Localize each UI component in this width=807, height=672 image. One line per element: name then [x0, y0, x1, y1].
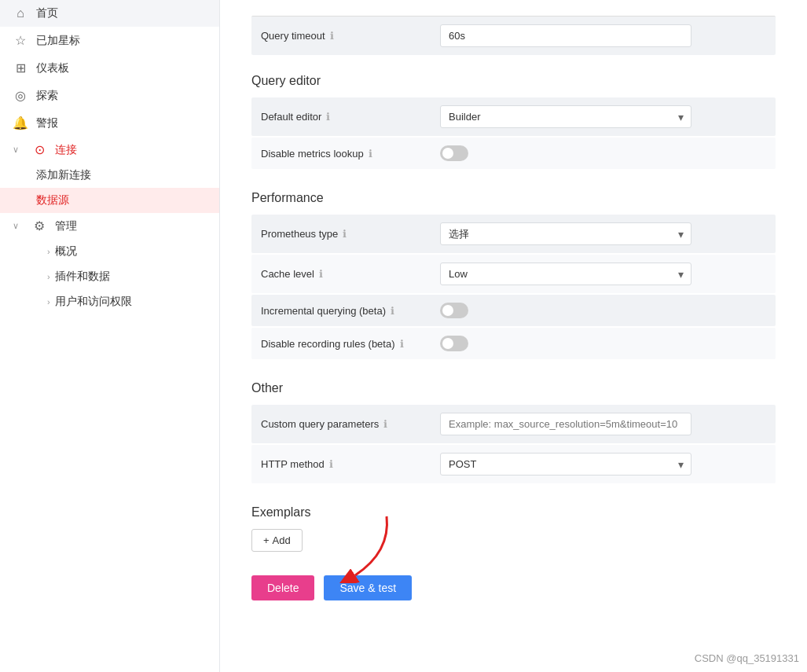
cache-level-control: None Low Medium High [440, 263, 776, 285]
custom-query-params-control [440, 413, 776, 435]
query-timeout-input[interactable] [440, 24, 691, 47]
query-timeout-control [440, 24, 776, 47]
http-method-row: HTTP method ℹ GET POST [251, 445, 776, 483]
cache-level-select[interactable]: None Low Medium High [440, 263, 691, 285]
http-method-info-icon[interactable]: ℹ [329, 458, 333, 470]
sidebar-item-starred[interactable]: ☆ 已加星标 [0, 27, 219, 54]
sidebar-label-overview: 概况 [55, 244, 77, 259]
sidebar-item-plugins[interactable]: › 插件和数据 [0, 264, 219, 289]
other-section-header: Other [251, 381, 776, 395]
cache-level-select-wrapper: None Low Medium High [440, 263, 691, 285]
performance-section-header: Performance [251, 191, 776, 205]
query-timeout-row: Query timeout ℹ [251, 16, 776, 55]
sidebar-item-home[interactable]: ⌂ 首页 [0, 0, 219, 27]
incremental-querying-row: Incremental querying (beta) ℹ [251, 295, 776, 326]
prometheus-type-label: Prometheus type ℹ [251, 228, 440, 240]
default-editor-select[interactable]: Builder Code [440, 105, 691, 128]
query-timeout-label: Query timeout ℹ [251, 30, 440, 42]
sidebar-label-add-connect: 添加新连接 [36, 168, 91, 182]
disable-recording-rules-info-icon[interactable]: ℹ [400, 338, 404, 350]
cache-level-info-icon[interactable]: ℹ [319, 268, 323, 280]
cache-level-label: Cache level ℹ [251, 268, 440, 280]
query-editor-section-header: Query editor [251, 74, 776, 88]
sidebar-item-dashboard[interactable]: ⊞ 仪表板 [0, 54, 219, 82]
sidebar-label-connect: 连接 [55, 143, 77, 157]
sidebar-label-plugins: 插件和数据 [55, 270, 110, 284]
disable-recording-rules-label: Disable recording rules (beta) ℹ [251, 338, 440, 350]
sidebar-label-starred: 已加星标 [36, 34, 207, 48]
http-method-control: GET POST [440, 453, 776, 476]
incremental-querying-info-icon[interactable]: ℹ [391, 305, 394, 317]
chevron-overview-icon: › [47, 247, 50, 256]
action-buttons-row: Delete Save & test [251, 575, 776, 600]
prometheus-type-info-icon[interactable]: ℹ [343, 228, 347, 240]
connect-icon: ⊙ [31, 142, 47, 157]
http-method-select[interactable]: GET POST [440, 453, 691, 476]
sidebar-label-users: 用户和访问权限 [55, 295, 132, 309]
default-editor-select-wrapper: Builder Code [440, 105, 691, 128]
disable-metrics-row: Disable metrics lookup ℹ [251, 138, 776, 169]
prometheus-type-row: Prometheus type ℹ 选择 Prometheus Thanos C… [251, 215, 776, 253]
incremental-querying-control [440, 303, 776, 318]
chevron-down-icon: ∨ [13, 145, 24, 155]
query-timeout-info-icon[interactable]: ℹ [330, 30, 334, 42]
sidebar-label-datasource: 数据源 [36, 193, 69, 207]
disable-metrics-toggle[interactable] [440, 145, 468, 161]
watermark: CSDN @qq_35191331 [695, 652, 799, 664]
chevron-manage-icon: ∨ [13, 221, 24, 231]
main-content: Query timeout ℹ Query editor Default edi… [220, 0, 807, 672]
sidebar-item-datasource[interactable]: 数据源 [0, 188, 219, 213]
prometheus-type-select[interactable]: 选择 Prometheus Thanos Cortex Mimir [440, 222, 691, 245]
sidebar-item-explore[interactable]: ◎ 探索 [0, 82, 219, 109]
incremental-querying-slider [440, 303, 468, 318]
custom-query-params-input[interactable] [440, 413, 691, 435]
disable-recording-rules-control [440, 336, 776, 351]
prometheus-type-select-wrapper: 选择 Prometheus Thanos Cortex Mimir [440, 222, 691, 245]
disable-recording-rules-toggle[interactable] [440, 336, 468, 351]
save-test-button[interactable]: Save & test [324, 575, 412, 600]
incremental-querying-label: Incremental querying (beta) ℹ [251, 305, 440, 317]
sidebar-item-overview[interactable]: › 概况 [0, 239, 219, 264]
exemplars-section-header: Exemplars [251, 505, 776, 520]
sidebar-label-manage: 管理 [55, 219, 77, 233]
bell-icon: 🔔 [13, 116, 28, 130]
star-icon: ☆ [13, 33, 28, 48]
save-test-wrapper: Save & test [324, 575, 412, 600]
sidebar-item-add-connect[interactable]: 添加新连接 [0, 163, 219, 188]
prometheus-type-control: 选择 Prometheus Thanos Cortex Mimir [440, 222, 776, 245]
chevron-users-icon: › [47, 297, 50, 307]
disable-metrics-slider [440, 145, 468, 161]
custom-query-params-row: Custom query parameters ℹ [251, 405, 776, 443]
http-method-select-wrapper: GET POST [440, 453, 691, 476]
disable-recording-rules-row: Disable recording rules (beta) ℹ [251, 328, 776, 359]
default-editor-row: Default editor ℹ Builder Code [251, 97, 776, 136]
sidebar-item-users[interactable]: › 用户和访问权限 [0, 289, 219, 314]
custom-query-params-info-icon[interactable]: ℹ [383, 418, 387, 430]
disable-metrics-info-icon[interactable]: ℹ [369, 148, 372, 160]
chevron-plugins-icon: › [47, 272, 50, 281]
sidebar-item-alert[interactable]: 🔔 警报 [0, 109, 219, 137]
delete-button[interactable]: Delete [251, 575, 314, 600]
plus-icon: + [263, 534, 270, 546]
explore-icon: ◎ [13, 88, 28, 103]
grid-icon: ⊞ [13, 61, 28, 75]
sidebar-label-alert: 警报 [36, 116, 207, 130]
sidebar-item-connect[interactable]: ∨ ⊙ 连接 [0, 137, 219, 163]
exemplars-add-row: + Add [251, 529, 776, 552]
default-editor-label: Default editor ℹ [251, 111, 440, 123]
default-editor-info-icon[interactable]: ℹ [326, 111, 330, 123]
sidebar-item-manage[interactable]: ∨ ⚙ 管理 [0, 213, 219, 239]
disable-metrics-control [440, 145, 776, 161]
sidebar-label-explore: 探索 [36, 89, 207, 103]
add-exemplar-button[interactable]: + Add [251, 529, 303, 552]
sidebar-label-dashboard: 仪表板 [36, 61, 207, 75]
custom-query-params-label: Custom query parameters ℹ [251, 418, 440, 430]
disable-metrics-label: Disable metrics lookup ℹ [251, 148, 440, 160]
gear-icon: ⚙ [31, 218, 47, 233]
add-exemplar-label: Add [273, 534, 291, 546]
incremental-querying-toggle[interactable] [440, 303, 468, 318]
disable-recording-rules-slider [440, 336, 468, 351]
home-icon: ⌂ [13, 6, 28, 20]
cache-level-row: Cache level ℹ None Low Medium High [251, 255, 776, 293]
default-editor-control: Builder Code [440, 105, 776, 128]
